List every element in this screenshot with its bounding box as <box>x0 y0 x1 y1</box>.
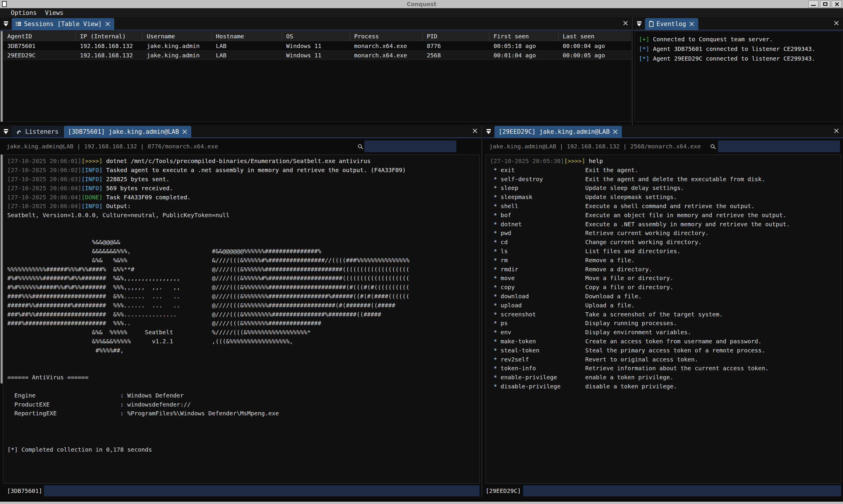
tab-listeners[interactable]: Listeners <box>12 126 63 138</box>
right-console-status-row: jake.king.admin@LAB | 192.168.168.132 | … <box>483 140 843 153</box>
tab-eventlog[interactable]: Eventlog <box>645 18 698 30</box>
console-search-input[interactable] <box>364 141 456 152</box>
agent-console-3DB75601-pane: Listeners [3DB75601] jake.king.admin@LAB… <box>0 125 482 498</box>
session-cell: 29EED29C <box>3 51 76 60</box>
session-cell: monarch.x64.exe <box>350 51 423 60</box>
eventlog-line: [*] Agent 29EED29C connected to listener… <box>639 54 842 63</box>
conquest-window: Conquest Options Views Sessions [Table V… <box>0 0 843 504</box>
column-header[interactable]: First seen <box>489 31 559 41</box>
eventlog-collapse-button[interactable] <box>633 18 645 30</box>
tab-close-icon[interactable] <box>613 129 618 134</box>
event-tag: [*] <box>639 46 653 52</box>
session-cell: Windows 11 <box>282 51 350 60</box>
title-bar[interactable]: Conquest <box>0 0 843 8</box>
tab-sessions-table-view[interactable]: Sessions [Table View] <box>12 18 114 30</box>
sessions-collapse-button[interactable] <box>0 18 12 30</box>
log-line: [27-10-2025 20:06:03][INFO] 228825 bytes… <box>7 175 479 184</box>
session-cell: 00:00:05 ago <box>559 51 626 60</box>
column-header[interactable]: AgentID <box>3 31 76 41</box>
collapse-icon <box>4 21 8 22</box>
window-bottom-frame <box>0 500 843 504</box>
search-icon <box>710 144 715 148</box>
right-command-row: [29EED29C] <box>483 484 843 498</box>
eventlog-line: [*] Agent 3DB75601 connected to listener… <box>639 44 842 54</box>
log-line: [27-10-2025 20:06:04][INFO] Output: <box>7 202 479 211</box>
window-title: Conquest <box>0 1 843 7</box>
column-header[interactable]: IP (Internal) <box>76 31 143 41</box>
column-header[interactable]: Process <box>350 31 423 41</box>
column-header[interactable]: Hostname <box>212 31 282 41</box>
tab-agent-3DB75601[interactable]: [3DB75601] jake.king.admin@LAB <box>64 126 191 138</box>
tab-close-icon[interactable] <box>182 129 187 134</box>
agent-context-label: jake.king.admin@LAB | 192.168.168.132 | … <box>0 143 218 150</box>
sessions-pane-header: Sessions [Table View] <box>0 18 632 31</box>
collapse-icon <box>4 129 8 130</box>
collapse-icon <box>487 129 491 130</box>
sessions-table: AgentIDIP (Internal)UsernameHostnameOSPr… <box>3 31 632 122</box>
tab-agent-29EED29C[interactable]: [29EED29C] jake.king.admin@LAB <box>494 126 622 138</box>
left-console-output: [27-10-2025 20:06:01][>>>>] dotnet /mnt/… <box>3 155 480 484</box>
agent-console-29EED29C-pane: [29EED29C] jake.king.admin@LAB jake.king… <box>483 125 843 498</box>
seatbelt-output: Seatbelt, Version=1.0.0.0, Culture=neutr… <box>7 211 479 454</box>
session-cell: LAB <box>212 51 282 60</box>
sessions-table-body: 3DB75601192.168.168.132jake.king.adminLA… <box>3 41 631 60</box>
eventlog-pane-close-icon[interactable] <box>833 20 839 26</box>
log-line: [27-10-2025 20:06:01][>>>>] dotnet /mnt/… <box>7 157 479 166</box>
list-icon <box>16 22 21 26</box>
session-row[interactable]: 29EED29C192.168.168.132jake.king.adminLA… <box>3 51 631 60</box>
left-command-row: [3DB75601] <box>0 484 481 498</box>
eventlog-list: [+] Connected to Conquest team server.[*… <box>634 31 842 122</box>
event-tag: [+] <box>639 36 653 43</box>
left-console-pane-close-icon[interactable] <box>472 128 477 133</box>
tab-close-icon[interactable] <box>105 21 110 26</box>
eventlog-pane: Eventlog [+] Connected to Conquest team … <box>633 18 843 125</box>
left-console-status-row: jake.king.admin@LAB | 192.168.168.132 | … <box>0 140 481 153</box>
sessions-pane-close-icon[interactable] <box>623 20 628 26</box>
right-console-pane-close-icon[interactable] <box>833 128 839 133</box>
right-console-header: [29EED29C] jake.king.admin@LAB <box>483 125 843 138</box>
column-header[interactable]: OS <box>282 31 350 41</box>
close-button[interactable] <box>832 1 842 7</box>
left-console-scrollbar[interactable] <box>1 155 3 383</box>
log-line: [27-10-2025 20:05:30][>>>>] help <box>490 157 841 166</box>
right-console-output: [27-10-2025 20:05:30][>>>>] help * exit … <box>486 155 841 484</box>
help-output: * exit Exit the agent. * self-destroy Ex… <box>490 166 841 391</box>
maximize-button[interactable] <box>820 1 830 7</box>
sessions-pane: Sessions [Table View] AgentIDIP (Interna… <box>0 18 633 125</box>
left-console-header: Listeners [3DB75601] jake.king.admin@LAB <box>0 125 481 138</box>
column-header[interactable]: Username <box>143 31 212 41</box>
column-header[interactable]: PID <box>423 31 489 41</box>
log-line: [27-10-2025 20:06:02][INFO] Tasked agent… <box>7 166 479 175</box>
session-cell: 00:00:04 ago <box>559 41 626 50</box>
minimize-icon <box>811 5 816 6</box>
satellite-icon <box>16 128 22 135</box>
right-console-collapse-button[interactable] <box>483 125 494 138</box>
log-line: [27-10-2025 20:06:04][DONE] Task F4A33F0… <box>7 193 479 202</box>
command-input-3DB75601[interactable] <box>44 485 479 497</box>
session-cell: jake.king.admin <box>143 51 212 60</box>
command-input-29EED29C[interactable] <box>523 485 841 497</box>
eventlog-line: [+] Connected to Conquest team server. <box>639 34 842 44</box>
session-cell: jake.king.admin <box>143 41 212 50</box>
sessions-scrollbar[interactable] <box>1 31 3 122</box>
session-cell: monarch.x64.exe <box>350 41 423 50</box>
session-cell: 2568 <box>423 51 489 60</box>
minimize-button[interactable] <box>808 1 819 7</box>
event-tag: [*] <box>639 55 653 62</box>
console-search-input[interactable] <box>718 141 840 152</box>
session-row[interactable]: 3DB75601192.168.168.132jake.king.adminLA… <box>3 41 631 51</box>
sessions-table-header: AgentIDIP (Internal)UsernameHostnameOSPr… <box>3 31 631 41</box>
column-header[interactable]: Last seen <box>559 31 626 41</box>
tab-close-icon[interactable] <box>689 21 694 26</box>
session-cell: 192.168.168.132 <box>76 51 143 60</box>
menu-views[interactable]: Views <box>45 10 64 16</box>
session-cell: 00:05:18 ago <box>489 41 559 50</box>
session-cell: 8776 <box>423 41 489 50</box>
menu-options[interactable]: Options <box>11 10 37 16</box>
eventlog-pane-header: Eventlog <box>633 18 843 31</box>
session-cell: LAB <box>212 41 282 50</box>
search-icon <box>358 144 362 148</box>
session-cell: 192.168.168.132 <box>76 41 143 50</box>
session-cell: 00:01:04 ago <box>489 51 559 60</box>
left-console-collapse-button[interactable] <box>0 125 12 138</box>
